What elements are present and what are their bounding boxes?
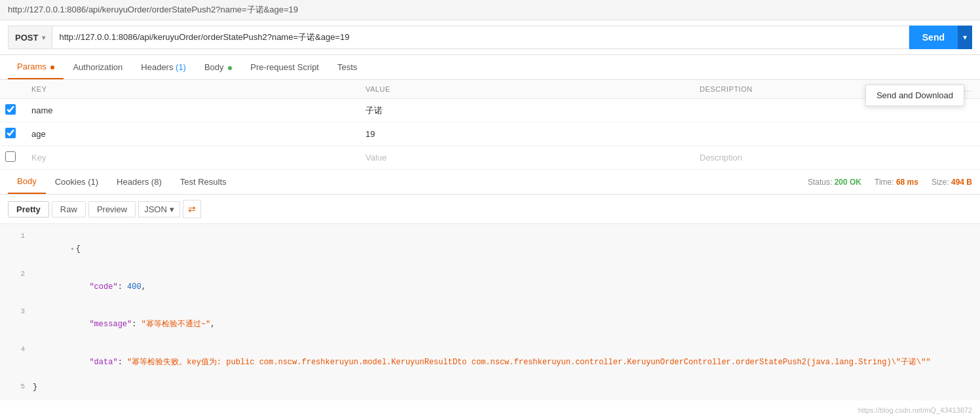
code-line-1: 1 ▾{ — [0, 231, 980, 269]
tab-body-label: Body — [204, 62, 224, 72]
row2-desc-input[interactable] — [700, 129, 946, 139]
preview-button[interactable]: Preview — [88, 201, 136, 218]
size-label: Size: 494 B — [932, 178, 972, 187]
status-code: 200 OK — [835, 178, 861, 187]
send-button[interactable]: Send — [909, 26, 958, 49]
line-num-5: 5 — [5, 381, 25, 394]
row2-more-cell — [954, 123, 980, 146]
format-label: JSON — [144, 204, 167, 214]
response-tab-body-label: Body — [17, 176, 37, 186]
line-content-3: "message": "幂等检验不通过~", — [33, 306, 975, 344]
line-num-2: 2 — [5, 269, 25, 307]
format-select[interactable]: JSON ▾ — [138, 201, 180, 218]
url-input[interactable] — [52, 26, 909, 49]
row3-value-input[interactable] — [366, 153, 684, 162]
row1-value-cell — [358, 99, 692, 123]
send-btn-group: Send ▾ Send and Download — [909, 26, 972, 49]
row3-value-cell — [358, 146, 692, 170]
row2-key-cell — [24, 123, 358, 146]
response-section: Body Cookies (1) Headers (8) Test Result… — [0, 170, 980, 400]
row1-key-input[interactable] — [31, 105, 350, 115]
row2-desc-cell — [692, 123, 954, 146]
table-row — [0, 99, 980, 123]
params-table: KEY VALUE DESCRIPTION ... — [0, 80, 980, 170]
send-dropdown-button[interactable]: ▾ — [958, 26, 972, 49]
url-bar: POST ▾ Send ▾ Send and Download — [0, 20, 980, 55]
tab-headers-label: Headers (1) — [141, 62, 186, 72]
table-row — [0, 146, 980, 170]
row2-key-input[interactable] — [31, 129, 350, 139]
response-header: Body Cookies (1) Headers (8) Test Result… — [0, 170, 980, 195]
title-url: http://127.0.0.1:8086/api/keruyuOrder/or… — [8, 5, 298, 14]
col-key-header: KEY — [24, 80, 358, 99]
method-label: POST — [15, 33, 38, 43]
row3-desc-input[interactable] — [700, 153, 946, 162]
line-num-1: 1 — [5, 231, 25, 269]
line-num-4: 4 — [5, 344, 25, 382]
line-content-4: "data": "幂等检验失败。key值为: public com.nscw.f… — [33, 344, 975, 382]
collapse-icon[interactable]: ▾ — [71, 246, 75, 253]
response-tab-cookies-label: Cookies (1) — [55, 177, 98, 187]
code-line-3: 3 "message": "幂等检验不通过~", — [0, 306, 980, 344]
row3-checkbox[interactable] — [5, 151, 16, 162]
code-line-2: 2 "code": 400, — [0, 269, 980, 307]
response-tab-test-results-label: Test Results — [180, 177, 227, 187]
status-label: Status: 200 OK — [808, 178, 861, 187]
row1-desc-input[interactable] — [700, 105, 946, 115]
row3-key-cell — [24, 146, 358, 170]
row3-check-cell — [0, 146, 24, 170]
send-and-download-popup[interactable]: Send and Download — [865, 85, 964, 106]
col-check-header — [0, 80, 24, 99]
wrap-button[interactable]: ⇄ — [183, 200, 201, 218]
response-tab-body[interactable]: Body — [8, 170, 46, 194]
row2-checkbox[interactable] — [5, 128, 16, 138]
request-tabs: Params Authorization Headers (1) Body Pr… — [0, 55, 980, 80]
tab-body[interactable]: Body — [195, 56, 241, 79]
response-toolbar: Pretty Raw Preview JSON ▾ ⇄ — [0, 195, 980, 224]
row3-more-cell — [954, 146, 980, 170]
tab-authorization[interactable]: Authorization — [64, 56, 132, 79]
row2-value-cell — [358, 123, 692, 146]
row3-desc-cell — [692, 146, 954, 170]
response-tabs: Body Cookies (1) Headers (8) Test Result… — [8, 170, 808, 194]
response-status: Status: 200 OK Time: 68 ms Size: 494 B — [808, 178, 972, 187]
row2-check-cell — [0, 123, 24, 146]
response-tab-headers[interactable]: Headers (8) — [107, 170, 171, 193]
row2-value-input[interactable] — [366, 129, 684, 139]
line-content-2: "code": 400, — [33, 269, 975, 307]
status-size: 494 B — [951, 178, 972, 187]
line-num-3: 3 — [5, 306, 25, 344]
row1-check-cell — [0, 99, 24, 123]
response-tab-cookies[interactable]: Cookies (1) — [46, 170, 107, 193]
response-tab-headers-label: Headers (8) — [117, 177, 162, 187]
tab-pre-request[interactable]: Pre-request Script — [241, 56, 328, 79]
row3-key-input[interactable] — [31, 153, 350, 162]
tab-pre-request-label: Pre-request Script — [250, 62, 319, 72]
code-area: 1 ▾{ 2 "code": 400, 3 "message": "幂等检验不通… — [0, 224, 980, 400]
params-dot-icon — [50, 66, 54, 69]
row1-value-input[interactable] — [366, 105, 684, 115]
status-time: 68 ms — [896, 178, 918, 187]
pretty-button[interactable]: Pretty — [8, 201, 49, 218]
line-content-1: ▾{ — [33, 231, 975, 269]
method-arrow-icon: ▾ — [42, 34, 45, 41]
time-label: Time: 68 ms — [875, 178, 918, 187]
method-select[interactable]: POST ▾ — [8, 26, 52, 49]
tab-tests[interactable]: Tests — [328, 56, 366, 79]
tab-tests-label: Tests — [337, 62, 357, 72]
tab-headers[interactable]: Headers (1) — [132, 56, 195, 79]
code-line-5: 5 } — [0, 381, 980, 394]
format-arrow-icon: ▾ — [170, 204, 174, 214]
tab-params[interactable]: Params — [8, 55, 64, 79]
table-row — [0, 123, 980, 146]
raw-button[interactable]: Raw — [52, 201, 86, 218]
code-line-4: 4 "data": "幂等检验失败。key值为: public com.nscw… — [0, 344, 980, 382]
response-tab-test-results[interactable]: Test Results — [171, 170, 236, 193]
tab-authorization-label: Authorization — [73, 62, 122, 72]
body-dot-icon — [228, 66, 232, 70]
col-value-header: VALUE — [358, 80, 692, 99]
line-content-5: } — [33, 381, 975, 394]
tab-params-label: Params — [17, 62, 47, 71]
row1-checkbox[interactable] — [5, 104, 16, 115]
title-bar: http://127.0.0.1:8086/api/keruyuOrder/or… — [0, 0, 980, 20]
